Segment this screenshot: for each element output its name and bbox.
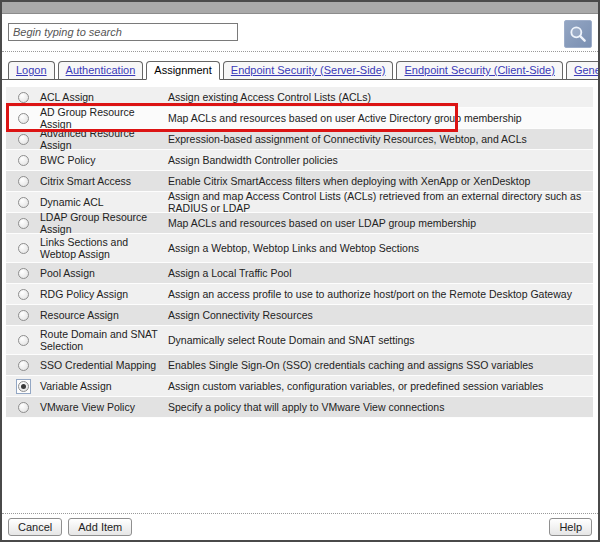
tab-bar: Logon Authentication Assignment Endpoint… bbox=[2, 61, 598, 80]
list-item-bwc-policy[interactable]: BWC Policy Assign Bandwidth Controller p… bbox=[6, 150, 593, 171]
list-item-route-domain-snat-selection[interactable]: Route Domain and SNAT Selection Dynamica… bbox=[6, 326, 593, 355]
radio-button[interactable] bbox=[18, 402, 29, 413]
list-item-rdg-policy-assign[interactable]: RDG Policy Assign Assign an access profi… bbox=[6, 284, 593, 305]
window-titlebar bbox=[2, 2, 598, 14]
list-item-resource-assign[interactable]: Resource Assign Assign Connectivity Reso… bbox=[6, 305, 593, 326]
tab-assignment[interactable]: Assignment bbox=[146, 61, 219, 80]
tab-general-purpose-label: General Purpose bbox=[574, 64, 600, 76]
agent-description: Assign a Local Traffic Pool bbox=[168, 267, 593, 279]
tab-endpoint-security-client-side-label: Endpoint Security (Client-Side) bbox=[404, 64, 554, 76]
radio-button[interactable] bbox=[18, 218, 29, 229]
radio-button[interactable] bbox=[18, 92, 29, 103]
list-item-ad-group-resource-assign[interactable]: AD Group Resource Assign Map ACLs and re… bbox=[6, 108, 593, 129]
radio-button[interactable] bbox=[18, 360, 29, 371]
agent-description: Expression-based assignment of Connectiv… bbox=[168, 133, 593, 145]
radio-button[interactable] bbox=[18, 134, 29, 145]
agent-name: RDG Policy Assign bbox=[40, 288, 168, 300]
agent-name: LDAP Group Resource Assign bbox=[40, 211, 168, 235]
agent-name: ACL Assign bbox=[40, 91, 168, 103]
agent-description: Assign a Webtop, Webtop Links and Webtop… bbox=[168, 242, 593, 254]
agent-description: Assign Bandwidth Controller policies bbox=[168, 154, 593, 166]
footer-bar: Cancel Add Item Help bbox=[2, 513, 598, 540]
agent-name: Citrix Smart Access bbox=[40, 175, 168, 187]
agent-name: Dynamic ACL bbox=[40, 196, 168, 208]
agent-list: ACL Assign Assign existing Access Contro… bbox=[6, 87, 593, 418]
radio-button[interactable] bbox=[18, 310, 29, 321]
agent-description: Specify a policy that will apply to VMwa… bbox=[168, 401, 593, 413]
list-item-dynamic-acl[interactable]: Dynamic ACL Assign and map Access Contro… bbox=[6, 192, 593, 213]
list-item-ldap-group-resource-assign[interactable]: LDAP Group Resource Assign Map ACLs and … bbox=[6, 213, 593, 234]
agent-description: Assign and map Access Control Lists (ACL… bbox=[168, 190, 593, 214]
agent-name: Route Domain and SNAT Selection bbox=[40, 328, 168, 352]
agent-name: Resource Assign bbox=[40, 309, 168, 321]
agent-description: Enables Single Sign-On (SSO) credentials… bbox=[168, 359, 593, 371]
list-item-citrix-smart-access[interactable]: Citrix Smart Access Enable Citrix SmartA… bbox=[6, 171, 593, 192]
tab-general-purpose[interactable]: General Purpose bbox=[566, 61, 600, 80]
agent-name: Links Sections and Webtop Assign bbox=[40, 236, 168, 260]
help-button[interactable]: Help bbox=[549, 518, 592, 536]
search-button[interactable] bbox=[564, 20, 592, 48]
agent-name: VMware View Policy bbox=[40, 401, 168, 413]
agent-description: Map ACLs and resources based on user LDA… bbox=[168, 217, 593, 229]
agent-description: Assign Connectivity Resources bbox=[168, 309, 593, 321]
agent-description: Map ACLs and resources based on user Act… bbox=[168, 112, 593, 124]
radio-button[interactable] bbox=[18, 113, 29, 124]
tab-authentication-label: Authentication bbox=[66, 64, 136, 76]
tab-logon[interactable]: Logon bbox=[8, 61, 55, 80]
radio-button[interactable] bbox=[18, 268, 29, 279]
radio-button[interactable] bbox=[18, 155, 29, 166]
list-item-links-sections-webtop-assign[interactable]: Links Sections and Webtop Assign Assign … bbox=[6, 234, 593, 263]
list-item-vmware-view-policy[interactable]: VMware View Policy Specify a policy that… bbox=[6, 397, 593, 418]
list-item-variable-assign[interactable]: Variable Assign Assign custom variables,… bbox=[6, 376, 593, 397]
agent-name: SSO Credential Mapping bbox=[40, 359, 168, 371]
search-icon bbox=[568, 24, 588, 44]
list-item-acl-assign[interactable]: ACL Assign Assign existing Access Contro… bbox=[6, 87, 593, 108]
agent-description: Dynamically select Route Domain and SNAT… bbox=[168, 334, 593, 346]
agent-name: Pool Assign bbox=[40, 267, 168, 279]
list-item-pool-assign[interactable]: Pool Assign Assign a Local Traffic Pool bbox=[6, 263, 593, 284]
agent-name: Advanced Resource Assign bbox=[40, 127, 168, 151]
add-item-dialog: Logon Authentication Assignment Endpoint… bbox=[0, 0, 600, 542]
agent-description: Assign existing Access Control Lists (AC… bbox=[168, 91, 593, 103]
agent-name: Variable Assign bbox=[40, 380, 168, 392]
radio-button[interactable] bbox=[18, 289, 29, 300]
radio-button[interactable] bbox=[18, 176, 29, 187]
radio-button-selected[interactable] bbox=[18, 381, 29, 392]
agent-description: Assign custom variables, configuration v… bbox=[168, 380, 593, 392]
search-bar bbox=[2, 14, 598, 52]
tab-endpoint-security-server-side-label: Endpoint Security (Server-Side) bbox=[231, 64, 386, 76]
agent-description: Enable Citrix SmartAccess filters when d… bbox=[168, 175, 593, 187]
tab-endpoint-security-server-side[interactable]: Endpoint Security (Server-Side) bbox=[223, 61, 394, 80]
search-input[interactable] bbox=[8, 23, 238, 41]
tab-assignment-label: Assignment bbox=[154, 64, 211, 76]
cancel-button[interactable]: Cancel bbox=[8, 518, 62, 536]
radio-button[interactable] bbox=[18, 197, 29, 208]
radio-button[interactable] bbox=[18, 335, 29, 346]
agent-name: BWC Policy bbox=[40, 154, 168, 166]
tab-endpoint-security-client-side[interactable]: Endpoint Security (Client-Side) bbox=[396, 61, 562, 80]
list-item-advanced-resource-assign[interactable]: Advanced Resource Assign Expression-base… bbox=[6, 129, 593, 150]
tab-logon-label: Logon bbox=[16, 64, 47, 76]
radio-button[interactable] bbox=[18, 243, 29, 254]
list-item-sso-credential-mapping[interactable]: SSO Credential Mapping Enables Single Si… bbox=[6, 355, 593, 376]
agent-description: Assign an access profile to use to autho… bbox=[168, 288, 593, 300]
tab-authentication[interactable]: Authentication bbox=[58, 61, 144, 80]
add-item-button[interactable]: Add Item bbox=[68, 518, 132, 536]
